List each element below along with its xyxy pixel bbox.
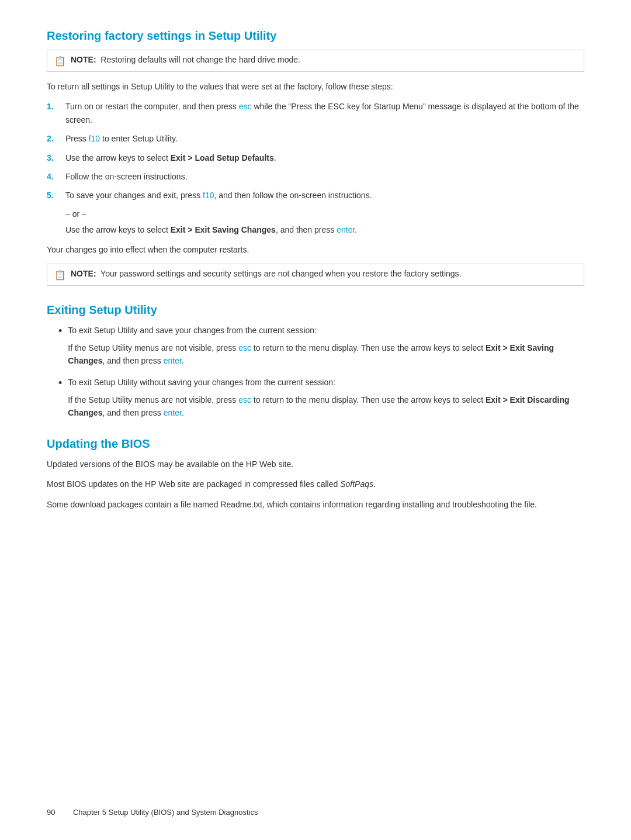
footer-page-number: 90 (47, 808, 55, 817)
note1-text: Restoring defaults will not change the h… (98, 55, 300, 64)
bullet-2-subtext: If the Setup Utility menus are not visib… (68, 393, 584, 420)
bullet-2-intro: To exit Setup Utility without saving you… (68, 376, 584, 389)
note1-label: NOTE: (71, 55, 96, 64)
footer: 90 Chapter 5 Setup Utility (BIOS) and Sy… (47, 808, 584, 817)
step-4: 4. Follow the on-screen instructions. (47, 170, 584, 183)
step-2-number: 2. (47, 132, 58, 145)
bullet-2-content: To exit Setup Utility without saving you… (68, 376, 584, 420)
steps-list: 1. Turn on or restart the computer, and … (47, 100, 584, 202)
note-box-1-content: NOTE: Restoring defaults will not change… (71, 55, 300, 64)
bullet-1-content: To exit Setup Utility and save your chan… (68, 324, 584, 368)
step-4-text: Follow the on-screen instructions. (65, 170, 188, 183)
section1-closing: Your changes go into effect when the com… (47, 243, 584, 256)
bullet-1-bold: Exit > Exit Saving Changes (68, 343, 554, 365)
bullet-2: • To exit Setup Utility without saving y… (58, 376, 584, 420)
step-3: 3. Use the arrow keys to select Exit > L… (47, 151, 584, 164)
or-bold: Exit > Exit Saving Changes (171, 225, 276, 234)
section3-para2: Most BIOS updates on the HP Web site are… (47, 478, 584, 490)
section1-intro: To return all settings in Setup Utility … (47, 80, 584, 93)
bullet-dot-1: • (58, 323, 62, 340)
softpaqs-italic: SoftPaqs (340, 479, 373, 489)
note-icon-1: 📋 (54, 56, 66, 67)
step-1-text: Turn on or restart the computer, and the… (65, 100, 584, 126)
bullet-dot-2: • (58, 375, 62, 392)
step-3-text: Use the arrow keys to select Exit > Load… (65, 151, 276, 164)
key-esc-bullet2: esc (238, 395, 251, 405)
bullet-1: • To exit Setup Utility and save your ch… (58, 324, 584, 368)
step-1-number: 1. (47, 100, 58, 113)
step-5-number: 5. (47, 189, 58, 202)
footer-separator (60, 808, 68, 817)
bullet-list-exit: • To exit Setup Utility and save your ch… (47, 324, 584, 420)
key-esc-step1: esc (239, 102, 252, 111)
key-enter-bullet2: enter (164, 408, 182, 417)
note2-label: NOTE: (71, 269, 96, 278)
step-3-number: 3. (47, 151, 58, 164)
note-box-2: 📋 NOTE: Your password settings and secur… (47, 264, 584, 286)
or-line: – or – (65, 209, 584, 219)
key-f10-step2: f10 (89, 134, 100, 143)
bullet-1-subtext: If the Setup Utility menus are not visib… (68, 341, 584, 368)
step-4-number: 4. (47, 170, 58, 183)
section1-heading: Restoring factory settings in Setup Util… (47, 29, 584, 43)
key-f10-step5: f10 (203, 191, 214, 200)
section3-para3: Some download packages contain a file na… (47, 498, 584, 511)
bullet-1-intro: To exit Setup Utility and save your chan… (68, 324, 584, 337)
key-enter-bullet1: enter (164, 356, 182, 365)
section3-para1: Updated versions of the BIOS may be avai… (47, 458, 584, 471)
note-icon-2: 📋 (54, 269, 66, 281)
step-5: 5. To save your changes and exit, press … (47, 189, 584, 202)
bullet-2-bold: Exit > Exit Discarding Changes (68, 395, 569, 417)
step-5-text: To save your changes and exit, press f10… (65, 189, 372, 202)
step-2: 2. Press f10 to enter Setup Utility. (47, 132, 584, 145)
section3-heading: Updating the BIOS (47, 437, 584, 451)
footer-chapter-text: Chapter 5 Setup Utility (BIOS) and Syste… (73, 808, 258, 817)
section-restoring-factory-settings: Restoring factory settings in Setup Util… (47, 29, 584, 286)
note-box-2-content: NOTE: Your password settings and securit… (71, 269, 461, 278)
note2-text: Your password settings and security sett… (98, 269, 461, 278)
or-block: – or – Use the arrow keys to select Exit… (47, 209, 584, 236)
step-3-bold: Exit > Load Setup Defaults (171, 153, 274, 163)
step-2-text: Press f10 to enter Setup Utility. (65, 132, 178, 145)
step-1: 1. Turn on or restart the computer, and … (47, 100, 584, 126)
or-subtext: Use the arrow keys to select Exit > Exit… (65, 223, 584, 236)
section2-heading: Exiting Setup Utility (47, 303, 584, 317)
key-enter-or: enter (337, 225, 355, 234)
section-updating-bios: Updating the BIOS Updated versions of th… (47, 437, 584, 511)
section-exiting-setup-utility: Exiting Setup Utility • To exit Setup Ut… (47, 303, 584, 420)
note-box-1: 📋 NOTE: Restoring defaults will not chan… (47, 50, 584, 72)
key-esc-bullet1: esc (238, 343, 251, 352)
